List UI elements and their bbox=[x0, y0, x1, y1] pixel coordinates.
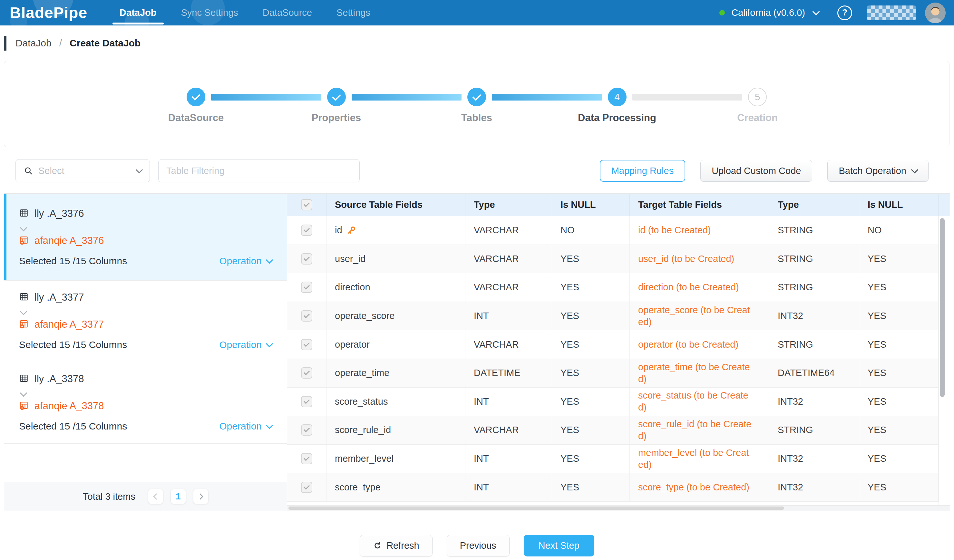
row-checkbox[interactable] bbox=[301, 367, 312, 379]
table-filter-input[interactable]: Table Filtering bbox=[158, 159, 360, 182]
step-label: Tables bbox=[461, 112, 492, 124]
source-field-name: id bbox=[335, 225, 342, 235]
row-checkbox[interactable] bbox=[301, 453, 312, 464]
navbar-right: California (v0.6.0) ? bbox=[719, 3, 946, 23]
table-pair-item[interactable]: lly .A_3378 afanqie A_3378 Selected 15 /… bbox=[4, 362, 287, 444]
pagination-next-button[interactable] bbox=[193, 489, 208, 504]
target-field-type: INT32 bbox=[769, 473, 859, 501]
breadcrumb-parent[interactable]: DataJob bbox=[16, 38, 51, 49]
step-connector bbox=[632, 94, 743, 101]
help-icon[interactable]: ? bbox=[837, 5, 852, 20]
step-connector bbox=[492, 94, 602, 101]
row-checkbox[interactable] bbox=[301, 225, 312, 236]
breadcrumb-accent-bar bbox=[4, 36, 6, 51]
target-field-nullable: YES bbox=[859, 245, 938, 273]
table-row: operate_time DATETIME YES operate_time (… bbox=[287, 359, 950, 387]
column-header: Type bbox=[465, 194, 552, 216]
row-checkbox[interactable] bbox=[301, 424, 312, 436]
row-checkbox[interactable] bbox=[301, 339, 312, 350]
step-label: DataSource bbox=[168, 112, 224, 124]
stepper-card: DataSource Properties Tables 4 Data Proc… bbox=[4, 61, 949, 147]
pagination-prev-button[interactable] bbox=[148, 489, 163, 504]
table-row: operator VARCHAR YES operator (to be Cre… bbox=[287, 330, 950, 359]
region-selector[interactable]: California (v0.6.0) bbox=[731, 8, 818, 18]
target-field-type: STRING bbox=[769, 245, 859, 273]
table-body: id VARCHAR NO id (to be Created) STRING … bbox=[287, 216, 950, 502]
target-field-type: STRING bbox=[769, 416, 859, 444]
table-row: member_level INT YES member_level (to be… bbox=[287, 445, 950, 473]
target-field-name: id (to be Created) bbox=[630, 216, 769, 244]
selected-columns-info: Selected 15 /15 Columns bbox=[19, 421, 127, 432]
nav-item[interactable]: DataSource bbox=[254, 0, 320, 25]
source-field-type: VARCHAR bbox=[465, 273, 552, 302]
table-row: score_type INT YES score_type (to be Cre… bbox=[287, 473, 950, 502]
source-field-nullable: YES bbox=[552, 445, 630, 473]
previous-button[interactable]: Previous bbox=[447, 535, 510, 557]
app-logo: BladePipe bbox=[10, 4, 87, 22]
row-checkbox[interactable] bbox=[301, 253, 312, 264]
toolbar-buttons: Mapping Rules Upload Custom Code Batch O… bbox=[600, 160, 929, 182]
target-field-nullable: YES bbox=[859, 445, 938, 473]
chevron-down-icon bbox=[812, 8, 820, 15]
upload-custom-code-button[interactable]: Upload Custom Code bbox=[700, 160, 812, 182]
table-pair-item[interactable]: lly .A_3377 afanqie A_3377 Selected 15 /… bbox=[4, 281, 287, 362]
source-field-nullable: YES bbox=[552, 330, 630, 359]
target-field-nullable: YES bbox=[859, 387, 938, 416]
target-field-name: user_id (to be Created) bbox=[630, 245, 769, 273]
refresh-button[interactable]: Refresh bbox=[360, 535, 433, 557]
avatar[interactable] bbox=[925, 3, 946, 23]
nav-item-label: DataJob bbox=[120, 8, 156, 18]
horizontal-scrollbar-thumb[interactable] bbox=[288, 507, 784, 510]
pagination-page-1[interactable]: 1 bbox=[171, 489, 186, 504]
nav-item[interactable]: DataJob bbox=[111, 0, 165, 25]
source-field-type: INT bbox=[465, 387, 552, 416]
row-checkbox[interactable] bbox=[301, 310, 312, 322]
avatar-image bbox=[925, 3, 946, 23]
target-field-nullable: NO bbox=[859, 216, 938, 244]
footer-actions: Refresh Previous Next Step bbox=[0, 535, 954, 557]
nav-item[interactable]: Settings bbox=[328, 0, 379, 25]
total-items-label: Total 3 items bbox=[83, 492, 136, 502]
username-redacted bbox=[867, 5, 916, 20]
target-field-type: INT32 bbox=[769, 445, 859, 473]
target-field-nullable: YES bbox=[859, 416, 938, 444]
target-table-create-icon bbox=[19, 400, 29, 411]
next-step-button[interactable]: Next Step bbox=[524, 535, 594, 557]
source-field-type: VARCHAR bbox=[465, 416, 552, 444]
vertical-scrollbar-thumb[interactable] bbox=[940, 218, 945, 397]
mapping-select-dropdown[interactable]: Select bbox=[16, 159, 150, 182]
breadcrumb-separator: / bbox=[59, 38, 62, 49]
source-field-name: direction bbox=[335, 282, 370, 292]
stepper-step: 4 Data Processing bbox=[608, 88, 627, 106]
select-all-checkbox[interactable] bbox=[301, 199, 312, 210]
row-checkbox[interactable] bbox=[301, 396, 312, 407]
target-field-type: DATETIME64 bbox=[769, 359, 859, 387]
toolbar: Select Table Filtering Mapping Rules Upl… bbox=[16, 159, 929, 182]
operation-link[interactable]: Operation bbox=[219, 339, 272, 350]
batch-operation-button[interactable]: Batch Operation bbox=[827, 160, 929, 182]
operation-link[interactable]: Operation bbox=[219, 421, 272, 432]
row-checkbox[interactable] bbox=[301, 482, 312, 493]
source-field-type: INT bbox=[465, 302, 552, 330]
table-row: score_status INT YES score_status (to be… bbox=[287, 387, 950, 416]
table-pair-item[interactable]: lly .A_3376 afanqie A_3376 Selected 15 /… bbox=[4, 194, 287, 281]
chevron-down-icon bbox=[911, 166, 918, 174]
app: BladePipe DataJob Sync Settings DataSour… bbox=[0, 0, 954, 560]
horizontal-scrollbar-track[interactable] bbox=[287, 505, 950, 511]
target-field-type: STRING bbox=[769, 216, 859, 244]
mapping-rules-button[interactable]: Mapping Rules bbox=[600, 160, 685, 182]
operation-link[interactable]: Operation bbox=[219, 255, 272, 266]
target-field-nullable: YES bbox=[859, 330, 938, 359]
check-icon bbox=[472, 92, 481, 101]
step-label: Properties bbox=[312, 112, 361, 124]
source-field-name: score_type bbox=[335, 482, 380, 493]
target-field-type: INT32 bbox=[769, 302, 859, 330]
refresh-icon bbox=[373, 541, 382, 550]
vertical-scrollbar-track[interactable] bbox=[938, 216, 950, 506]
panel-spacer bbox=[4, 444, 287, 482]
row-checkbox[interactable] bbox=[301, 282, 312, 293]
nav-item[interactable]: Sync Settings bbox=[173, 0, 246, 25]
target-field-type: STRING bbox=[769, 273, 859, 302]
table-pair-panel: lly .A_3376 afanqie A_3376 Selected 15 /… bbox=[4, 194, 287, 511]
step-circle bbox=[327, 88, 346, 106]
